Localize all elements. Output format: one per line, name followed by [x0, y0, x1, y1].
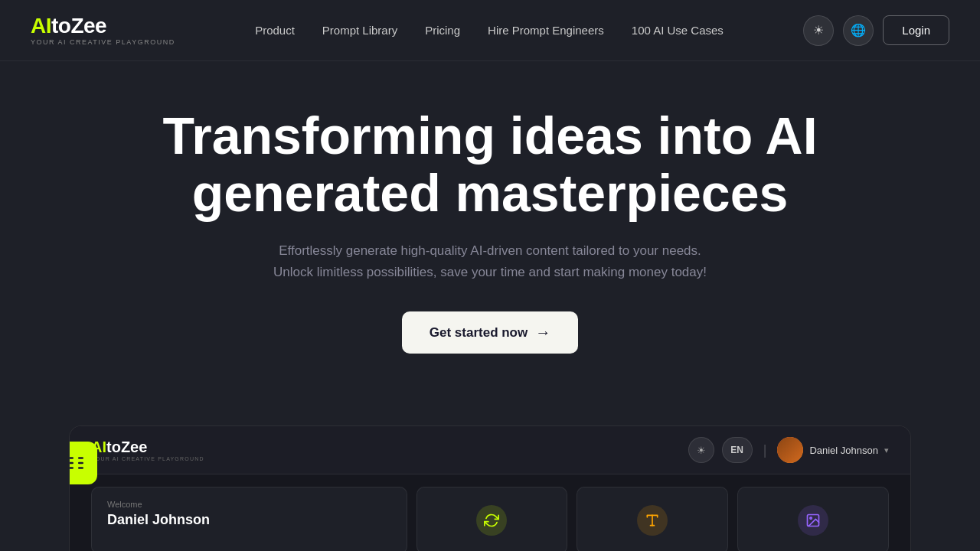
preview-logo-subtitle: Your AI Creative Playground — [91, 456, 204, 461]
preview-content: Welcome Daniel Johnson — [70, 474, 910, 551]
login-button[interactable]: Login — [883, 15, 949, 45]
nav-pricing[interactable]: Pricing — [425, 24, 460, 37]
preview-theme-toggle[interactable]: ☀ — [688, 437, 714, 463]
cta-arrow-icon: → — [535, 324, 550, 341]
hero-subtitle: Effortlessly generate high-quality AI-dr… — [273, 240, 707, 285]
preview-container: AItoZee Your AI Creative Playground ☀ EN… — [0, 425, 980, 551]
nav-links: Product Prompt Library Pricing Hire Prom… — [255, 24, 724, 37]
preview-logo: AItoZee Your AI Creative Playground — [91, 439, 204, 461]
logo[interactable]: AItoZee Your AI Creative Playground — [31, 15, 175, 46]
preview-welcome-name: Daniel Johnson — [107, 512, 391, 528]
nav-product[interactable]: Product — [255, 24, 295, 37]
preview-lang-label: EN — [730, 445, 743, 455]
theme-toggle-button[interactable]: ☀ — [803, 15, 834, 46]
preview-logo-tozee: toZee — [106, 439, 147, 455]
hero-section: Transforming ideas into AI generated mas… — [0, 61, 980, 384]
preview-refresh-card — [416, 487, 568, 551]
preview-nav-right: ☀ EN | Daniel Johnson ▾ — [688, 437, 889, 463]
preview-user[interactable]: Daniel Johnson ▾ — [777, 437, 889, 463]
nav-prompt-library[interactable]: Prompt Library — [322, 24, 397, 37]
preview-avatar — [777, 437, 803, 463]
cta-label: Get started now — [430, 325, 528, 341]
logo-subtitle: Your AI Creative Playground — [31, 38, 175, 46]
preview-divider: | — [763, 442, 767, 458]
preview-image-card — [737, 487, 889, 551]
preview-icon-cards — [416, 487, 890, 551]
preview-chevron-icon: ▾ — [884, 445, 889, 455]
cta-button[interactable]: Get started now → — [402, 311, 578, 354]
preview-card: AItoZee Your AI Creative Playground ☀ EN… — [69, 425, 911, 551]
sun-icon: ☀ — [813, 23, 824, 37]
hero-title-line2: generated masterpieces — [192, 164, 789, 222]
preview-user-name: Daniel Johnson — [809, 445, 878, 456]
language-button[interactable]: 🌐 — [843, 15, 874, 46]
preview-image-icon — [798, 505, 828, 536]
bracket-icon — [69, 442, 97, 484]
svg-point-3 — [810, 517, 812, 520]
logo-al: AI — [31, 14, 51, 37]
logo-tozee: toZee — [51, 14, 106, 37]
preview-text-card — [577, 487, 728, 551]
hero-title-line1: Transforming ideas into AI — [162, 106, 817, 165]
preview-text-icon — [637, 505, 668, 536]
preview-refresh-icon — [476, 505, 507, 536]
nav-hire[interactable]: Hire Prompt Engineers — [488, 24, 604, 37]
hero-title: Transforming ideas into AI generated mas… — [162, 107, 817, 222]
nav-right: ☀ 🌐 Login — [803, 15, 949, 46]
preview-welcome-label: Welcome — [107, 500, 391, 509]
nav-use-cases[interactable]: 100 AI Use Cases — [632, 24, 724, 37]
preview-welcome-card: Welcome Daniel Johnson — [91, 487, 407, 551]
preview-lang-button[interactable]: EN — [722, 437, 753, 463]
preview-sun-icon: ☀ — [697, 445, 706, 456]
navbar: AItoZee Your AI Creative Playground Prod… — [0, 0, 980, 61]
globe-icon: 🌐 — [851, 23, 866, 37]
preview-avatar-img — [777, 437, 803, 463]
preview-navbar: AItoZee Your AI Creative Playground ☀ EN… — [70, 426, 910, 474]
